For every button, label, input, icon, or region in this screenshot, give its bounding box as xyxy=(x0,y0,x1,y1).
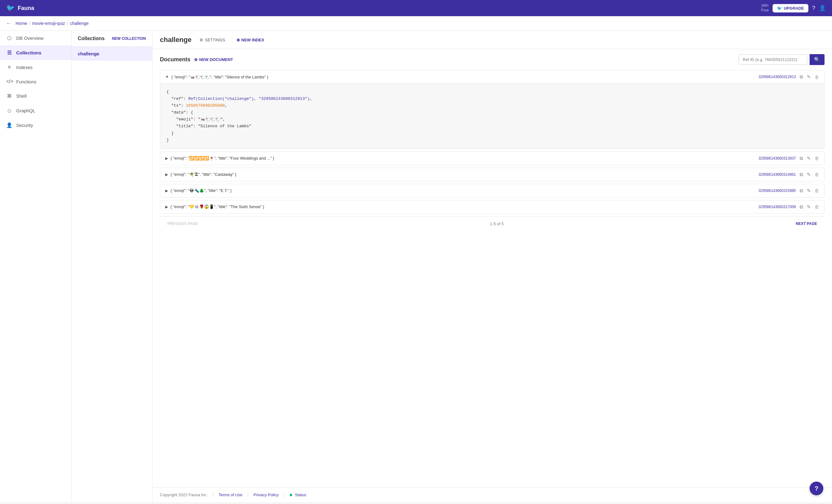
sidebar-item-collections[interactable]: ☰ Collections xyxy=(0,46,71,60)
sidebar-item-graphql[interactable]: ◇ GraphQL xyxy=(0,103,71,118)
sidebar-item-shell[interactable]: ⌘ Shell xyxy=(0,89,71,103)
documents-header: Documents ⊕ NEW DOCUMENT 🔍 xyxy=(160,54,825,65)
next-page-button[interactable]: NEXT PAGE xyxy=(796,221,817,226)
topnav: 🐦 Fauna plan Free 🐦 UPGRADE ? 👤 xyxy=(0,0,832,16)
collections-panel-header: Collections NEW COLLECTION xyxy=(72,31,152,47)
doc-id-2[interactable]: 329586143600313937 xyxy=(759,156,796,161)
document-row-header-3[interactable]: ▶ { "emoji": "🌴🏝", "title": "Castaway" }… xyxy=(160,168,824,181)
terms-of-use-link[interactable]: Terms of Use xyxy=(219,493,243,497)
doc-preview-1: { "emoji": "🦗🐑🐑🐑", "title": "Silence of … xyxy=(172,75,268,79)
delete-icon-2[interactable]: 🗑 xyxy=(814,156,819,161)
ref-search-input[interactable] xyxy=(739,54,807,65)
breadcrumb-sep-2: / xyxy=(67,21,68,26)
documents-title: Documents xyxy=(160,56,190,63)
footer-copyright: Copyright 2022 Fauna Inc. xyxy=(160,493,208,497)
search-button[interactable]: 🔍 xyxy=(810,54,825,65)
document-row-header-1[interactable]: ▼ { "emoji": "🦗🐑🐑🐑", "title": "Silence o… xyxy=(160,70,824,83)
delete-icon-4[interactable]: 🗑 xyxy=(814,188,819,193)
collection-item-challenge[interactable]: challenge xyxy=(72,47,152,61)
doc-row-left-4: ▶ { "emoji": "👽🔦🌲", "title": "E.T." } xyxy=(165,188,232,193)
sidebar-label-collections: Collections xyxy=(16,50,42,55)
sidebar: ⬡ DB Overview ☰ Collections ≡ Indexes </… xyxy=(0,31,72,502)
breadcrumb: ← Home / movie-emoji-quiz / challenge xyxy=(0,16,832,31)
status-dot xyxy=(290,494,292,496)
upgrade-button[interactable]: 🐦 UPGRADE xyxy=(773,4,808,12)
document-row-header-4[interactable]: ▶ { "emoji": "👽🔦🌲", "title": "E.T." } 32… xyxy=(160,184,824,197)
footer-sep-2: | xyxy=(248,493,248,497)
copy-icon-1[interactable]: ⧉ xyxy=(800,74,803,80)
doc-row-right-1: 329586143600312913 ⧉ ✎ 🗑 xyxy=(759,74,819,80)
edit-icon-2[interactable]: ✎ xyxy=(807,156,811,161)
doc-row-right-4: 329586143600315985 ⧉ ✎ 🗑 xyxy=(759,188,819,193)
document-row-header-2[interactable]: ▶ { "emoji": "🔁🔁🔁🔁🍷", "title": "Four Wed… xyxy=(160,152,824,165)
footer: Copyright 2022 Fauna Inc. | Terms of Use… xyxy=(153,487,832,502)
collections-panel: Collections NEW COLLECTION challenge xyxy=(72,31,153,502)
account-icon[interactable]: 👤 xyxy=(819,5,826,11)
new-index-button[interactable]: ⊕ NEW INDEX xyxy=(233,36,267,44)
documents-section: Documents ⊕ NEW DOCUMENT 🔍 xyxy=(153,49,832,487)
sidebar-label-indexes: Indexes xyxy=(16,65,33,70)
sidebar-item-db-overview[interactable]: ⬡ DB Overview xyxy=(0,31,71,46)
plus-index-icon: ⊕ xyxy=(236,38,240,42)
document-row-2: ▶ { "emoji": "🔁🔁🔁🔁🍷", "title": "Four Wed… xyxy=(160,152,825,165)
search-icon: 🔍 xyxy=(814,57,820,62)
sidebar-label-graphql: GraphQL xyxy=(16,108,35,113)
sidebar-label-db-overview: DB Overview xyxy=(16,35,44,41)
doc-id-5[interactable]: 329586143600317009 xyxy=(759,205,796,209)
settings-button[interactable]: ⚙ SETTINGS xyxy=(196,36,228,44)
back-arrow-icon[interactable]: ← xyxy=(6,21,11,26)
doc-id-4[interactable]: 329586143600315985 xyxy=(759,188,796,193)
new-collection-button[interactable]: NEW COLLECTION xyxy=(112,36,146,41)
plan-tier: Free xyxy=(761,8,769,13)
previous-page-button[interactable]: PREVIOUS PAGE xyxy=(167,221,198,226)
doc-row-right-2: 329586143600313937 ⧉ ✎ 🗑 xyxy=(759,156,819,161)
shell-icon: ⌘ xyxy=(6,93,12,99)
breadcrumb-home[interactable]: Home xyxy=(16,21,27,26)
status-indicator: Status xyxy=(290,493,306,497)
doc-preview-2: { "emoji": "🔁🔁🔁🔁🍷", "title": "Four Weddi… xyxy=(171,156,274,161)
upgrade-bird-icon: 🐦 xyxy=(777,6,782,10)
topnav-right: plan Free 🐦 UPGRADE ? 👤 xyxy=(761,3,826,13)
delete-icon-5[interactable]: 🗑 xyxy=(814,204,819,209)
edit-icon-4[interactable]: ✎ xyxy=(807,188,811,193)
documents-title-row: Documents ⊕ NEW DOCUMENT xyxy=(160,56,233,63)
settings-label: SETTINGS xyxy=(205,38,225,42)
doc-preview-5: { "emoji": "💛💀🌹😱📱", "title": "The Sixth … xyxy=(171,204,264,209)
delete-icon-3[interactable]: 🗑 xyxy=(814,172,819,177)
document-row-header-5[interactable]: ▶ { "emoji": "💛💀🌹😱📱", "title": "The Sixt… xyxy=(160,201,824,213)
upgrade-label: UPGRADE xyxy=(784,6,804,10)
edit-icon-1[interactable]: ✎ xyxy=(807,74,811,80)
sidebar-item-functions[interactable]: </> Functions xyxy=(0,74,71,89)
chevron-down-icon-1: ▼ xyxy=(165,75,169,79)
edit-icon-3[interactable]: ✎ xyxy=(807,172,811,177)
collection-name-title: challenge xyxy=(160,36,191,44)
copy-icon-5[interactable]: ⧉ xyxy=(800,204,803,210)
collection-item-label: challenge xyxy=(78,51,99,56)
indexes-icon: ≡ xyxy=(6,64,12,70)
sidebar-label-security: Security xyxy=(16,123,33,128)
edit-icon-5[interactable]: ✎ xyxy=(807,204,811,210)
copy-icon-2[interactable]: ⧉ xyxy=(800,156,803,161)
search-row: 🔍 xyxy=(739,54,825,65)
breadcrumb-db[interactable]: movie-emoji-quiz xyxy=(32,21,65,26)
sidebar-label-shell: Shell xyxy=(16,93,26,99)
help-fab-button[interactable]: ? xyxy=(810,482,823,495)
chevron-right-icon-5: ▶ xyxy=(165,205,168,209)
sidebar-item-indexes[interactable]: ≡ Indexes xyxy=(0,60,71,74)
privacy-policy-link[interactable]: Privacy Policy xyxy=(254,493,279,497)
plan-label: plan xyxy=(761,3,769,8)
new-index-label: NEW INDEX xyxy=(241,38,264,42)
status-link[interactable]: Status xyxy=(295,493,307,497)
doc-id-1[interactable]: 329586143600312913 xyxy=(759,75,796,79)
copy-icon-4[interactable]: ⧉ xyxy=(800,188,803,193)
new-document-button[interactable]: ⊕ NEW DOCUMENT xyxy=(194,57,233,62)
copy-icon-3[interactable]: ⧉ xyxy=(800,172,803,177)
sidebar-item-security[interactable]: 👤 Security xyxy=(0,118,71,133)
doc-id-3[interactable]: 329586143600314961 xyxy=(759,173,796,177)
document-row-5: ▶ { "emoji": "💛💀🌹😱📱", "title": "The Sixt… xyxy=(160,200,825,214)
help-icon[interactable]: ? xyxy=(812,5,815,11)
db-overview-icon: ⬡ xyxy=(6,35,12,41)
chevron-right-icon-3: ▶ xyxy=(165,173,168,177)
pagination: PREVIOUS PAGE 1-5 of 5 NEXT PAGE xyxy=(160,216,825,231)
delete-icon-1[interactable]: 🗑 xyxy=(814,74,819,80)
